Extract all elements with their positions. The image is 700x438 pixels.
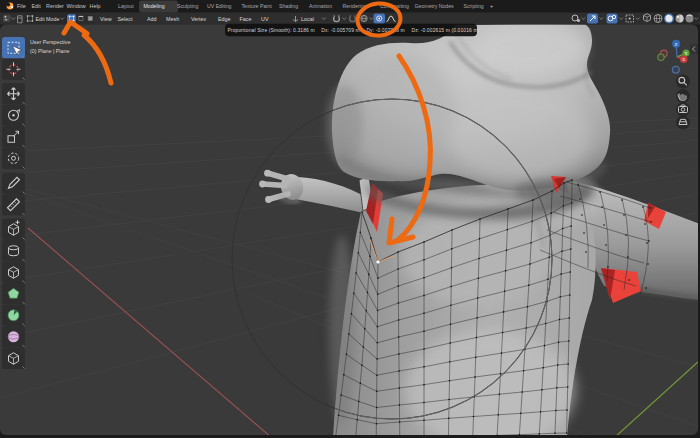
svg-text:Render: Render [46, 3, 64, 9]
svg-text:Sculpting: Sculpting [177, 3, 198, 9]
svg-text:Texture Paint: Texture Paint [242, 3, 273, 9]
svg-text:Scripting: Scripting [464, 3, 484, 9]
svg-text:(0) Plane | Plane: (0) Plane | Plane [30, 48, 69, 54]
svg-text:Face: Face [240, 16, 252, 22]
svg-text:Local: Local [301, 16, 314, 22]
svg-text:+: + [490, 3, 493, 9]
svg-text:Mesh: Mesh [166, 16, 179, 22]
svg-text:Edge: Edge [218, 16, 231, 22]
svg-text:Geometry Nodes: Geometry Nodes [415, 3, 455, 9]
svg-text:Edit Mode: Edit Mode [36, 16, 60, 22]
svg-text:Window: Window [67, 3, 86, 9]
svg-text:UV: UV [261, 16, 269, 22]
svg-text:Layout: Layout [118, 3, 134, 9]
svg-text:Vertex: Vertex [191, 16, 207, 22]
svg-text:View: View [100, 16, 112, 22]
svg-text:Edit: Edit [32, 3, 42, 9]
svg-text:Animation: Animation [309, 3, 332, 9]
svg-text:UV Editing: UV Editing [207, 3, 232, 9]
svg-text:User Perspective: User Perspective [30, 39, 70, 45]
svg-text:Proportional Size (Smooth): 0.: Proportional Size (Smooth): 0.3186 m Dx:… [228, 27, 480, 33]
svg-text:Select: Select [118, 16, 133, 22]
svg-text:Shading: Shading [279, 3, 298, 9]
svg-text:Z: Z [675, 42, 678, 47]
svg-text:Help: Help [90, 3, 101, 9]
svg-text:Add: Add [147, 16, 157, 22]
svg-text:File: File [17, 3, 26, 9]
svg-text:Modeling: Modeling [144, 3, 165, 9]
